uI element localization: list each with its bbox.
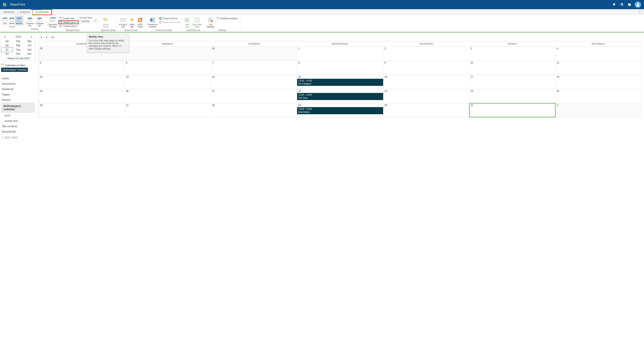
svg-rect-2 (5, 3, 6, 4)
tab-browse[interactable]: BROWSE (1, 10, 17, 15)
calendar-cell[interactable]: 29 (124, 46, 211, 60)
nav-home[interactable]: Home (1, 76, 35, 81)
calendar-cell[interactable]: 6 (124, 60, 211, 75)
minical-prev-button[interactable]: ◀ (3, 35, 6, 38)
focus-content-icon[interactable] (639, 10, 642, 14)
scope-day-button[interactable]: Day (2, 16, 8, 25)
calendar-cell[interactable]: 3 (469, 46, 555, 60)
calendar-cell[interactable]: 7 (211, 60, 297, 75)
alert-me-button[interactable]: Alert Me (128, 16, 136, 28)
tags-notes-button[interactable]: Tags & Notes (101, 16, 110, 28)
minical-month-oct[interactable]: Oct (1, 52, 13, 56)
create-column-button[interactable]: Create Column (58, 24, 78, 28)
gear-icon[interactable] (618, 0, 626, 9)
nav-site-contents[interactable]: Site contents (1, 124, 35, 129)
calendar-cell[interactable]: 14 (211, 75, 297, 89)
edit-list-button[interactable]: Edit List (183, 16, 191, 28)
minical-next-button[interactable]: ▶ (30, 35, 34, 38)
calendar-cell[interactable]: 30 (383, 103, 469, 117)
app-launcher-icon[interactable] (2, 2, 8, 8)
nav-events-test[interactable]: events test (1, 118, 35, 124)
calendar-cell[interactable]: 4 (556, 46, 642, 60)
minical-today[interactable]: Today is 31 July 2020 (1, 56, 35, 61)
calendar-overlay-badge[interactable]: Multicategory Calendar (1, 68, 28, 72)
collapse-all-button[interactable]: Collapse All (34, 16, 44, 27)
calendar-cell[interactable]: 1 (556, 103, 642, 117)
calendar-cell[interactable]: 13 (124, 75, 211, 89)
cal-next-button[interactable]: ▶ (44, 35, 49, 39)
minical-month-sep[interactable]: Sep (24, 48, 35, 52)
edit-links-button[interactable]: ✎EDIT LINKS (1, 134, 35, 141)
calendar-event[interactable]: 13:00 - 14:00No Category (297, 79, 383, 86)
scope-week-button[interactable]: Week (8, 16, 15, 25)
calendar-cell[interactable]: 21 (211, 89, 297, 103)
nav-documents[interactable]: Documents (1, 81, 35, 86)
calendar-cell[interactable]: 16 (383, 75, 469, 89)
calendar-cell[interactable]: 19 (38, 89, 124, 103)
calendar-cell[interactable]: 17 (469, 75, 555, 89)
calendar-cell[interactable]: 1513:00 - 14:00No Category (297, 75, 383, 89)
nav-selected[interactable]: Multicategory Calendar (1, 102, 35, 113)
day-header: THURSDAY (383, 41, 469, 46)
day-number: 22 (298, 90, 301, 92)
list-settings-button[interactable]: List Settings (206, 16, 216, 28)
minical-month-dec[interactable]: Dec (24, 52, 35, 56)
calendar-cell[interactable]: 2213:00 - 14:00Full Time (297, 89, 383, 103)
minical-month-jul[interactable]: Jul (1, 47, 13, 52)
modify-view-button[interactable]: Modify View ▼ (58, 20, 78, 24)
minical-month-apr[interactable]: Apr (1, 43, 13, 48)
minical-month-jan[interactable]: Jan (1, 39, 13, 43)
calendar-cell[interactable]: 8 (297, 60, 383, 75)
calendar-cell[interactable]: 9 (383, 60, 469, 75)
tab-events[interactable]: EVENTS (17, 10, 32, 15)
calendar-cell[interactable]: 23 (383, 89, 469, 103)
calendar-event[interactable]: 13:00 - 14:00Full Time (297, 93, 383, 100)
scope-month-button[interactable]: Month (15, 16, 23, 25)
brand-label[interactable]: SharePoint (10, 3, 25, 6)
minical-month-nov[interactable]: Nov (13, 52, 24, 56)
minical-month-aug[interactable]: Aug (13, 48, 24, 52)
minical-month-jun[interactable]: Jun (24, 43, 35, 48)
nav-test1[interactable]: test1 (1, 113, 35, 118)
calendar-cell[interactable]: 27 (124, 103, 211, 117)
nav-notebook[interactable]: Notebook (1, 86, 35, 92)
calendar-cell[interactable]: 12 (38, 75, 124, 89)
workflow-settings-button[interactable]: Workflow Settings ▾ (216, 16, 239, 20)
email-link-button[interactable]: E-mail a Link (118, 16, 128, 28)
calendar-cell[interactable]: 10 (469, 60, 555, 75)
calendar-cell[interactable]: 24 (469, 89, 555, 103)
calendar-cell[interactable]: 1 (297, 46, 383, 60)
form-web-parts-button[interactable]: Form Web Parts (191, 16, 203, 28)
nav-recent[interactable]: Recent (1, 97, 35, 102)
calendar-cell[interactable]: 20 (124, 89, 211, 103)
minical-month-may[interactable]: May (13, 43, 24, 48)
help-icon[interactable] (626, 0, 633, 9)
export-excel-button[interactable]: X Export to Excel (158, 16, 180, 20)
tab-calendar[interactable]: CALENDAR (32, 10, 52, 15)
minical-month-feb[interactable]: Feb (13, 39, 24, 43)
calendar-cell[interactable]: 18 (556, 75, 642, 89)
rss-feed-button[interactable]: RSS Feed (136, 16, 144, 28)
calendar-cell[interactable]: 31 (469, 103, 555, 117)
notifications-icon[interactable] (610, 0, 618, 9)
calendar-cell[interactable]: 25 (556, 89, 642, 103)
cal-prev-button[interactable]: ◀ (39, 35, 43, 39)
open-access-button[interactable]: A Open with Access (158, 20, 180, 24)
avatar[interactable] (635, 2, 641, 8)
calendar-cell[interactable]: 26 (38, 103, 124, 117)
current-view-select[interactable]: Calendar ▼ (80, 19, 97, 23)
calendar-cell[interactable]: 5 (38, 60, 124, 75)
calendar-event[interactable]: 13:00 - 14:00Intermittent (297, 107, 383, 114)
calendars-overlay-button[interactable]: + Calendars Overlay (47, 16, 58, 28)
connect-outlook-button[interactable]: O Connect to Outlook (146, 16, 158, 28)
calendar-cell[interactable]: 28 (211, 103, 297, 117)
expand-all-button[interactable]: Expand All (25, 16, 34, 27)
create-view-button[interactable]: Create View (58, 16, 78, 20)
nav-recycle-bin[interactable]: Recycle Bin (1, 129, 35, 134)
calendar-cell[interactable]: 2913:00 - 14:00Intermittent (297, 103, 383, 117)
calendar-cell[interactable]: 30 (211, 46, 297, 60)
minical-month-mar[interactable]: Mar (24, 39, 35, 43)
calendar-cell[interactable]: 2 (383, 46, 469, 60)
calendar-cell[interactable]: 11 (556, 60, 642, 75)
nav-pages[interactable]: Pages (1, 92, 35, 97)
